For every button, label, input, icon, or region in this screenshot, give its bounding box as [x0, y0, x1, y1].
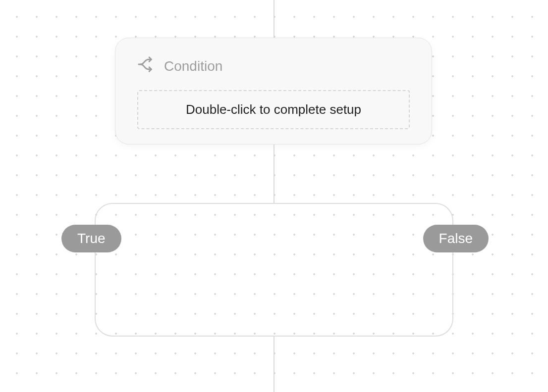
flow-canvas[interactable]: Condition Double-click to complete setup… — [0, 0, 548, 392]
condition-title: Condition — [164, 58, 222, 74]
connector-line-mid — [274, 145, 274, 203]
branch-icon — [137, 56, 154, 76]
connector-line-bottom — [274, 337, 274, 392]
condition-node[interactable]: Condition Double-click to complete setup — [115, 38, 432, 145]
branch-container[interactable] — [95, 203, 453, 337]
connector-line-top — [274, 0, 274, 42]
false-branch-label[interactable]: False — [423, 225, 489, 252]
condition-setup-prompt[interactable]: Double-click to complete setup — [137, 90, 410, 129]
condition-header: Condition — [137, 56, 410, 76]
true-branch-label[interactable]: True — [61, 225, 121, 252]
